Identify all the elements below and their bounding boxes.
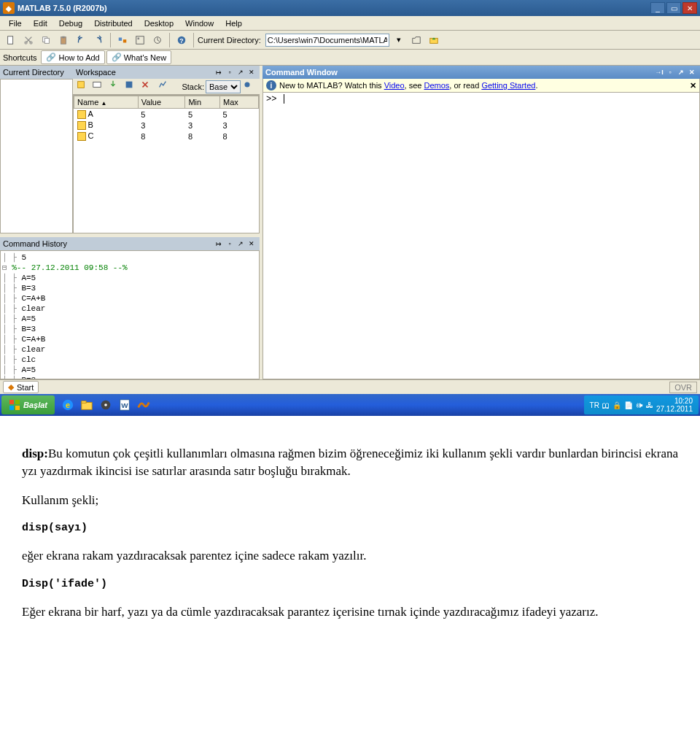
history-line[interactable]: │ ├ B=3	[2, 283, 257, 293]
cmdhist-title[interactable]: Command History ↦ ▫ ↗ ✕	[0, 237, 260, 250]
history-line[interactable]: │ ├ clear	[2, 344, 257, 355]
delete-var-button[interactable]	[140, 80, 155, 94]
history-line[interactable]: │ ├ C=A+B	[2, 334, 257, 344]
windows-start-button[interactable]: Başlat	[1, 395, 55, 414]
matlab-taskbar-icon[interactable]	[135, 396, 152, 414]
word-icon[interactable]: W	[116, 396, 133, 414]
menu-help[interactable]: Help	[219, 18, 248, 29]
plot-button[interactable]	[158, 80, 172, 94]
history-line[interactable]: │ ├ 5	[2, 252, 257, 263]
profiler-button[interactable]	[149, 32, 166, 48]
svg-rect-15	[78, 81, 85, 88]
open-var-button[interactable]	[92, 80, 106, 94]
history-line[interactable]: │ ├ clear	[2, 304, 257, 314]
panel-min-button[interactable]: ▫	[225, 239, 235, 249]
titlebar: ◆ MATLAB 7.5.0 (R2007b) _ ▭ ✕	[0, 0, 700, 16]
save-ws-button[interactable]	[124, 80, 139, 94]
col-value[interactable]: Value	[138, 96, 185, 109]
panel-close-button[interactable]: ✕	[246, 67, 257, 77]
workspace-title[interactable]: Workspace ↦ ▫ ↗ ✕	[73, 66, 260, 79]
curdir-dropdown-button[interactable]: ▾	[391, 32, 407, 48]
lang-indicator[interactable]: TR	[590, 401, 599, 409]
help-button[interactable]: ?	[174, 32, 190, 48]
redo-button[interactable]	[90, 32, 106, 48]
tray-icon[interactable]: 🔒	[612, 401, 621, 409]
minimize-button[interactable]: _	[650, 2, 665, 14]
panel-close-button[interactable]: ✕	[687, 67, 697, 77]
gettingstarted-link[interactable]: Getting Started	[481, 81, 535, 90]
guide-button[interactable]	[132, 32, 148, 48]
import-button[interactable]	[108, 80, 122, 94]
paste-button[interactable]	[55, 32, 71, 48]
undo-button[interactable]	[73, 32, 89, 48]
panel-nav-button[interactable]: ↦	[214, 239, 224, 249]
tray-icon[interactable]: 🕪	[636, 401, 643, 409]
col-max[interactable]: Max	[219, 96, 258, 109]
menu-edit[interactable]: Edit	[28, 18, 53, 29]
panel-close-button[interactable]: ✕	[246, 239, 257, 249]
history-line[interactable]: │ ├ B=3	[2, 375, 257, 379]
panel-min-button[interactable]: ▫	[225, 67, 235, 77]
curdir-title[interactable]: Current Directory	[0, 66, 73, 79]
table-row[interactable]: C888	[74, 131, 259, 142]
col-min[interactable]: Min	[185, 96, 220, 109]
panel-undock-button[interactable]: ↗	[676, 67, 686, 77]
right-column: Command Window →I ▫ ↗ ✕ i New to MATLAB?…	[262, 66, 700, 379]
menu-file[interactable]: File	[3, 18, 28, 29]
menu-distributed[interactable]: Distributed	[88, 18, 139, 29]
history-line[interactable]: ⊟ %-- 27.12.2011 09:58 --%	[2, 263, 257, 273]
panel-min-button[interactable]: ▫	[665, 67, 675, 77]
history-line[interactable]: │ ├ A=5	[2, 273, 257, 283]
cut-button[interactable]	[20, 32, 36, 48]
menu-desktop[interactable]: Desktop	[139, 18, 179, 29]
new-file-button[interactable]	[3, 32, 19, 48]
menu-window[interactable]: Window	[179, 18, 219, 29]
quick-launch: e W	[59, 396, 152, 414]
svg-rect-26	[82, 401, 86, 403]
demos-link[interactable]: Demos	[424, 81, 450, 90]
svg-rect-9	[136, 36, 144, 44]
toolbar: ? Current Directory: ▾	[0, 31, 700, 50]
network-icon[interactable]: 🖧	[646, 401, 653, 409]
cmdwin-body[interactable]: >>	[262, 93, 700, 379]
menu-debug[interactable]: Debug	[53, 18, 88, 29]
svg-rect-0	[8, 36, 13, 44]
table-row[interactable]: B333	[74, 120, 259, 131]
video-link[interactable]: Video	[384, 81, 405, 90]
panel-undock-button[interactable]: ↗	[236, 67, 246, 77]
explorer-icon[interactable]	[78, 396, 96, 414]
shortcut-whatsnew[interactable]: 🔗What's New	[106, 50, 171, 64]
panel-nav-button[interactable]: →I	[654, 67, 664, 77]
stack-select[interactable]: Base	[206, 80, 241, 93]
col-name[interactable]: Name ▲	[74, 96, 139, 109]
history-line[interactable]: │ ├ A=5	[2, 314, 257, 324]
audio-icon[interactable]	[97, 396, 114, 414]
svg-rect-19	[9, 400, 14, 404]
infobar-close-button[interactable]: ✕	[690, 81, 696, 90]
history-line[interactable]: │ ├ clc	[2, 355, 257, 365]
history-line[interactable]: │ ├ A=5	[2, 365, 257, 375]
history-line[interactable]: │ ├ C=A+B	[2, 293, 257, 304]
new-var-button[interactable]	[76, 80, 90, 94]
copy-button[interactable]	[38, 32, 54, 48]
toggle-display-button[interactable]	[242, 80, 257, 94]
cmdwin-title[interactable]: Command Window →I ▫ ↗ ✕	[262, 66, 700, 79]
panel-nav-button[interactable]: ↦	[214, 67, 224, 77]
matlab-start-button[interactable]: ◆ Start	[3, 381, 39, 393]
simulink-button[interactable]	[114, 32, 131, 48]
browse-folder-button[interactable]	[408, 32, 424, 48]
history-line[interactable]: │ ├ B=3	[2, 324, 257, 334]
shortcut-howtoadd[interactable]: 🔗How to Add	[41, 50, 104, 64]
ie-icon[interactable]: e	[59, 396, 77, 414]
flag-icon[interactable]: 🕮	[602, 401, 610, 409]
svg-point-18	[245, 82, 250, 87]
up-folder-button[interactable]	[426, 32, 442, 48]
close-button[interactable]: ✕	[682, 2, 697, 14]
table-row[interactable]: A555	[74, 109, 259, 120]
restore-button[interactable]: ▭	[666, 2, 681, 14]
clock[interactable]: 10:20 27.12.2011	[656, 397, 693, 413]
tray-icon[interactable]: 📄	[624, 401, 633, 409]
panel-undock-button[interactable]: ↗	[236, 239, 246, 249]
cmdhist-body[interactable]: │ ├ 5⊟ %-- 27.12.2011 09:58 --%│ ├ A=5│ …	[0, 250, 260, 379]
curdir-input[interactable]	[265, 34, 389, 47]
